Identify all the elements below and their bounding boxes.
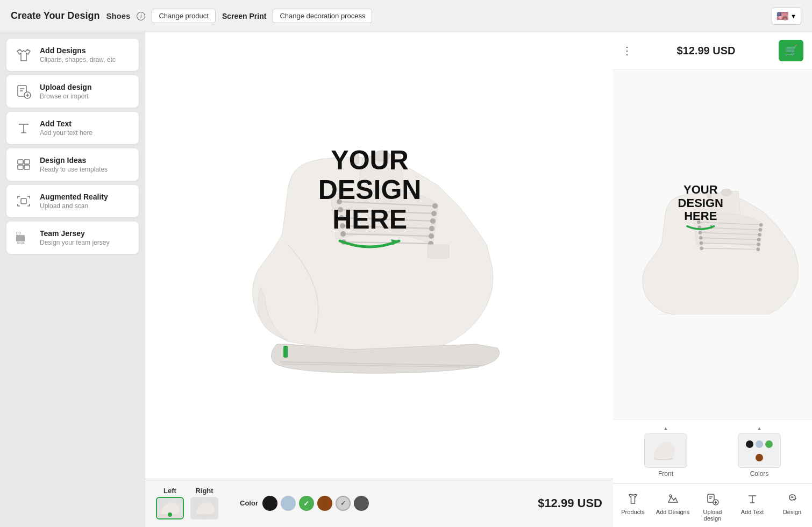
nav-label-add-designs: Add Designs [656,509,689,515]
right-design-line3: HERE [678,209,723,222]
sidebar: Add Designs Cliparts, shapes, draw, etc … [0,32,145,527]
svg-point-50 [699,236,703,240]
more-options-button[interactable]: ⋮ [622,44,633,57]
front-chevron-up-icon[interactable]: ▲ [663,425,668,431]
svg-rect-4 [18,165,23,169]
color-swatch-black[interactable] [262,496,277,511]
canvas-price: $12.99 USD [538,496,602,510]
add-designs-nav-icon [666,492,679,507]
canvas-main[interactable]: YOUR DESIGN HERE [145,32,613,479]
canvas-area: YOUR DESIGN HERE Left [145,32,613,527]
ideas-icon [14,155,33,174]
upload-icon [14,82,33,101]
design-line3: HERE [318,205,422,234]
nav-label-add-text: Add Text [741,509,764,515]
svg-rect-10 [18,235,20,239]
amazon-smile-icon [335,237,405,255]
canvas-bottom: Left Right [145,479,613,527]
nav-item-add-text[interactable]: Add Text [732,488,772,525]
change-decoration-button[interactable]: Change decoration process [273,9,372,23]
colors-thumbnail[interactable] [738,433,781,468]
right-view-label: Right [195,487,213,495]
right-panel: ⋮ $12.99 USD 🛒 [613,32,812,527]
sidebar-label-add-designs: Add Designs [40,46,116,55]
right-shoe-preview: YOUR DESIGN HERE [613,69,812,419]
svg-rect-34 [283,346,288,358]
right-price: $12.99 USD [677,45,736,57]
sidebar-sub-add-text: Add your text here [40,129,92,137]
sidebar-sub-add-designs: Cliparts, shapes, draw, etc [40,56,116,63]
sidebar-sub-team-jersey: Design your team jersey [40,239,109,246]
front-thumbnail-card: ▲ Front [622,425,710,478]
sidebar-sub-upload-design: Browse or import [40,92,91,100]
sidebar-item-design-ideas[interactable]: Design Ideas Ready to use templates [6,148,139,181]
sidebar-item-add-text[interactable]: Add Text Add your text here [6,112,139,144]
svg-text:NAME: NAME [17,241,25,245]
sidebar-label-ar: Augmented Reality [40,193,108,201]
sidebar-sub-ar: Upload and scan [40,202,108,210]
svg-rect-3 [24,160,30,164]
colors-thumbnail-label: Colors [750,470,769,478]
svg-rect-9 [16,235,18,239]
sidebar-text-add-text: Add Text Add your text here [40,119,92,137]
text-icon [14,118,33,138]
nav-label-products: Products [621,509,644,515]
svg-point-23 [432,203,438,209]
product-label: Shoes [106,11,130,20]
svg-point-29 [429,226,435,231]
sidebar-item-ar[interactable]: Augmented Reality Upload and scan [6,185,139,217]
sidebar-item-upload-design[interactable]: Upload design Browse or import [6,75,139,108]
add-to-cart-button[interactable]: 🛒 [779,40,803,61]
color-swatch-blue[interactable] [281,496,296,511]
front-thumbnail[interactable] [644,433,687,468]
nav-item-design[interactable]: Design [772,488,812,525]
svg-point-55 [757,247,760,251]
color-swatch-green[interactable] [299,496,314,511]
left-view-label: Left [163,487,176,495]
color-swatch-brown[interactable] [317,496,332,511]
svg-rect-5 [24,165,30,169]
main-layout: Add Designs Cliparts, shapes, draw, etc … [0,32,812,527]
right-view-thumb[interactable] [190,497,218,519]
svg-point-53 [757,243,760,246]
info-icon[interactable]: i [137,12,145,20]
nav-label-upload-design: Upload design [695,509,730,522]
design-nav-icon [786,492,799,507]
left-view-thumb[interactable] [156,497,184,519]
svg-point-27 [430,218,436,224]
products-icon [626,492,639,507]
svg-point-47 [759,228,763,232]
sidebar-label-team-jersey: Team Jersey [40,229,109,238]
nav-item-upload-design[interactable]: Upload design [693,488,732,525]
upload-design-nav-icon [706,492,719,507]
sidebar-label-add-text: Add Text [40,119,92,128]
front-thumbnail-label: Front [658,470,673,478]
change-product-button[interactable]: Change product [152,9,216,23]
sidebar-label-design-ideas: Design Ideas [40,156,108,165]
right-design-line2: DESIGN [678,196,723,209]
sidebar-item-add-designs[interactable]: Add Designs Cliparts, shapes, draw, etc [6,39,139,71]
nav-item-products[interactable]: Products [613,488,653,525]
colors-chevron-up-icon[interactable]: ▲ [757,425,762,431]
right-amazon-smile-icon [685,224,717,233]
right-design-overlay: YOUR DESIGN HERE [678,183,723,236]
header: Create Your Design Shoes i Change produc… [0,0,812,32]
sidebar-item-team-jersey[interactable]: 00 NAME Team Jersey Design your team jer… [6,222,139,254]
ar-icon [14,191,33,211]
color-swatch-light[interactable]: ✓ [336,496,351,511]
svg-rect-35 [428,245,449,258]
page-title: Create Your Design [11,10,99,22]
nav-item-add-designs[interactable]: Add Designs [653,488,693,525]
design-text-overlay: YOUR DESIGN HERE [318,146,422,258]
right-bottom-nav: Products Add Designs [613,483,812,527]
svg-point-45 [759,223,763,226]
sidebar-text-team-jersey: Team Jersey Design your team jersey [40,229,109,246]
svg-point-58 [669,495,672,497]
color-swatch-dark[interactable] [354,496,369,511]
language-selector[interactable]: 🇺🇸 ▼ [772,8,801,25]
svg-point-31 [429,233,434,239]
nav-label-design: Design [783,509,801,515]
design-line1: YOUR [318,146,422,175]
flag-icon: 🇺🇸 [777,10,788,22]
right-panel-top: ⋮ $12.99 USD 🛒 [613,32,812,69]
